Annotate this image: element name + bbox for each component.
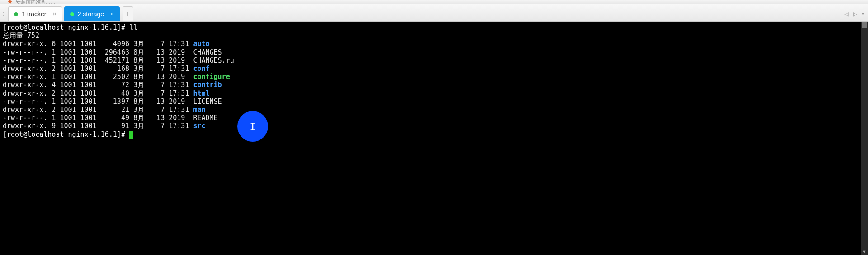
scrollbar-down-icon[interactable]: ▼ [861, 249, 868, 255]
nav-forward-icon[interactable]: ▷ [853, 11, 857, 17]
nav-menu-icon[interactable]: ▾ [862, 11, 864, 17]
app-logo-icon [7, 0, 13, 4]
terminal-output[interactable]: [root@localhost nginx-1.16.1]# ll 总用量 75… [0, 22, 861, 255]
terminal-cursor [129, 131, 133, 139]
status-dot-icon [70, 12, 74, 16]
tabstrip-right-controls: ◁ ▷ ▾ [844, 6, 868, 21]
tab-2-storage[interactable]: 2 storage× [64, 6, 120, 21]
tab-1-tracker[interactable]: 1 tracker× [8, 6, 62, 21]
terminal-scrollbar[interactable]: ▲ ▼ [861, 22, 868, 255]
tab-label: 2 storage [78, 10, 104, 18]
status-dot-icon [14, 12, 18, 16]
tab-strip: ⋮ 1 tracker×2 storage× + ◁ ▷ ▾ [0, 4, 868, 22]
window-title: 安装前的准备…… [16, 0, 56, 4]
tab-menu-icon[interactable]: ⋮ [0, 6, 6, 21]
nav-back-icon[interactable]: ◁ [844, 11, 849, 17]
tab-label: 1 tracker [22, 10, 46, 18]
tab-close-icon[interactable]: × [110, 10, 114, 18]
tab-close-icon[interactable]: × [52, 10, 56, 18]
add-tab-button[interactable]: + [123, 6, 133, 21]
scrollbar-thumb[interactable] [862, 22, 867, 28]
window-titlebar: 安装前的准备…… [0, 0, 868, 4]
terminal-pane: [root@localhost nginx-1.16.1]# ll 总用量 75… [0, 22, 868, 255]
